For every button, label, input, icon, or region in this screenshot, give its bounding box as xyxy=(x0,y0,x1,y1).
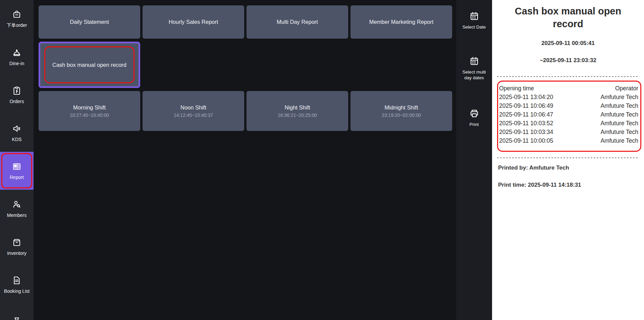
report-button-morning-shift[interactable]: Morning Shift 10:27:45~10:40:00 xyxy=(39,91,140,131)
sidebar-item-label: Orders xyxy=(10,99,24,104)
receipt-print-time: Print time: 2025-09-11 14:18:31 xyxy=(498,182,644,188)
sidebar-item-booking-list[interactable]: Booking List xyxy=(0,266,34,304)
report-icon xyxy=(12,162,22,172)
operator-cell: Amfuture Tech xyxy=(600,101,638,110)
receipt-dashed-divider xyxy=(497,157,638,158)
sidebar-item-label: 下单order xyxy=(7,22,27,29)
shift-time-range: 23:19:20~02:00:00 xyxy=(382,112,421,118)
table-row: 2025-09-11 10:00:05 Amfuture Tech xyxy=(499,136,638,145)
shift-time-range: 16:36:21~20:25:00 xyxy=(278,112,317,118)
report-button-member-marketing[interactable]: Member Marketing Report xyxy=(351,5,452,39)
operator-cell: Amfuture Tech xyxy=(600,128,638,136)
table-row: 2025-09-11 10:03:34 Amfuture Tech xyxy=(499,128,638,136)
selected-report-highlight: Cash box manual open record xyxy=(39,42,140,88)
receipt-date-from: 2025-09-11 00:05:41 xyxy=(492,40,644,47)
sidebar-item-dine-in[interactable]: Dine-in xyxy=(0,38,34,76)
left-sidebar: 下单order Dine-in Orders xyxy=(0,0,34,320)
table-row: 2025-09-11 10:06:47 Amfuture Tech xyxy=(499,110,638,119)
shift-label: Midnight Shift xyxy=(385,104,418,111)
hourglass-icon xyxy=(12,316,22,320)
report-button-grid: Daily Statement Hourly Sales Report Mult… xyxy=(39,5,452,131)
shift-time-range: 10:27:45~10:40:00 xyxy=(70,112,109,118)
sidebar-item-label: Inventory xyxy=(7,250,26,256)
receipt-title: Cash box manual open record xyxy=(492,5,644,30)
opening-time-cell: 2025-09-11 10:00:05 xyxy=(499,136,553,145)
table-row: 2025-09-11 10:06:49 Amfuture Tech xyxy=(499,101,638,110)
report-button-daily-statement[interactable]: Daily Statement xyxy=(39,5,140,39)
sidebar-item-order[interactable]: 下单order xyxy=(0,0,34,38)
receipt-date-to: ~2025-09-11 23:03:32 xyxy=(492,57,644,64)
select-date-button[interactable]: Select Date xyxy=(456,11,492,30)
sidebar-item-label: Members xyxy=(7,213,26,218)
sidebar-item-label: Booking List xyxy=(4,288,30,294)
report-button-midnight-shift[interactable]: Midnight Shift 23:19:20~02:00:00 xyxy=(351,91,452,131)
box-icon xyxy=(12,237,22,247)
sidebar-item-label: Dine-in xyxy=(9,61,24,66)
report-button-hourly-sales[interactable]: Hourly Sales Report xyxy=(143,5,244,39)
member-search-icon xyxy=(12,199,22,210)
bag-icon xyxy=(12,9,22,19)
shift-time-range: 14:12:45~15:40:37 xyxy=(174,112,213,118)
opening-time-cell: 2025-09-11 10:06:49 xyxy=(499,101,553,110)
report-button-cash-box-open-record[interactable]: Cash box manual open record xyxy=(40,43,139,86)
operator-cell: Amfuture Tech xyxy=(600,119,638,128)
shift-label: Night Shift xyxy=(284,104,310,111)
receipt-dashed-divider xyxy=(497,76,638,77)
report-button-noon-shift[interactable]: Noon Shift 14:12:45~15:40:37 xyxy=(143,91,244,131)
column-operator: Operator xyxy=(615,84,638,93)
sidebar-item-label: KDS xyxy=(12,137,22,142)
opening-time-cell: 2025-09-11 10:03:34 xyxy=(499,128,553,136)
table-header-row: Opening time Operator xyxy=(499,84,638,93)
sidebar-item-kds[interactable]: KDS xyxy=(0,114,34,152)
receipt-preview-panel: Cash box manual open record 2025-09-11 0… xyxy=(492,0,644,320)
bell-icon xyxy=(12,48,22,58)
select-multi-day-dates-button[interactable]: Select multi day dates xyxy=(456,56,492,81)
clipboard-lightning-icon xyxy=(12,86,22,96)
select-multi-day-dates-label: Select multi day dates xyxy=(456,69,492,81)
print-label: Print xyxy=(468,122,481,127)
operator-cell: Amfuture Tech xyxy=(600,136,638,145)
opening-time-cell: 2025-09-11 10:06:47 xyxy=(499,110,553,119)
tool-sidebar: Select Date Select multi day dates xyxy=(456,0,492,320)
column-opening-time: Opening time xyxy=(499,84,534,93)
receipt-open-record-table: Opening time Operator 2025-09-11 13:04:2… xyxy=(497,81,641,152)
table-row: 2025-09-11 13:04:20 Amfuture Tech xyxy=(499,93,638,101)
operator-cell: Amfuture Tech xyxy=(600,110,638,119)
shift-label: Morning Shift xyxy=(73,104,106,111)
opening-time-cell: 2025-09-11 13:04:20 xyxy=(499,93,553,101)
report-button-night-shift[interactable]: Night Shift 16:36:21~20:25:00 xyxy=(247,91,348,131)
calendar-multi-icon xyxy=(469,56,480,66)
document-icon xyxy=(12,275,22,285)
table-row: 2025-09-11 10:03:52 Amfuture Tech xyxy=(499,119,638,128)
megaphone-icon xyxy=(12,124,22,134)
operator-cell: Amfuture Tech xyxy=(600,93,638,101)
report-menu-panel: Daily Statement Hourly Sales Report Mult… xyxy=(34,0,456,320)
sidebar-item-inventory[interactable]: Inventory xyxy=(0,228,34,266)
sidebar-item-shift-log[interactable] xyxy=(0,304,34,320)
printer-icon xyxy=(469,108,480,119)
sidebar-item-report[interactable]: Report xyxy=(0,152,34,190)
receipt-printed-by: Printed by: Amfuture Tech xyxy=(498,165,644,171)
app-root: 下单order Dine-in Orders xyxy=(0,0,644,320)
sidebar-item-members[interactable]: Members xyxy=(0,190,34,228)
opening-time-cell: 2025-09-11 10:03:52 xyxy=(499,119,553,128)
report-button-multi-day[interactable]: Multi Day Report xyxy=(247,5,348,39)
calendar-icon xyxy=(469,11,480,21)
select-date-label: Select Date xyxy=(461,24,488,30)
sidebar-item-label: Report xyxy=(10,175,24,180)
sidebar-item-orders[interactable]: Orders xyxy=(0,76,34,114)
print-button[interactable]: Print xyxy=(456,108,492,127)
shift-label: Noon Shift xyxy=(180,104,206,111)
